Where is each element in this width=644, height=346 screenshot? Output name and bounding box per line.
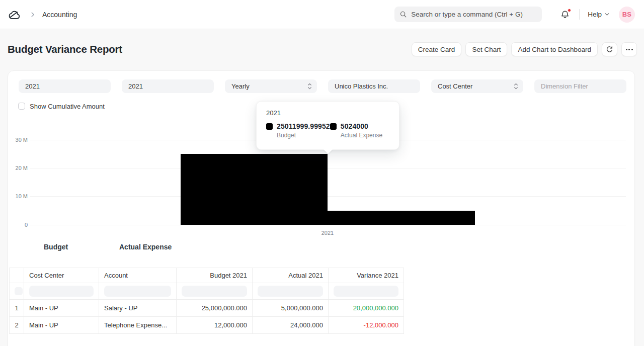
notification-dot	[568, 9, 571, 12]
create-card-button[interactable]: Create Card	[412, 42, 462, 56]
header-variance[interactable]: Variance 2021	[329, 268, 404, 283]
budget-cell: 25,000,000.000	[177, 300, 253, 317]
budget-column-filter[interactable]	[182, 286, 247, 297]
variance-cell: 20,000,000.000	[329, 300, 404, 317]
budget-against-select[interactable]: Cost Center	[431, 79, 523, 93]
variance-column-filter[interactable]	[334, 286, 398, 297]
y-axis-tick: 10 M	[8, 193, 28, 200]
y-axis-tick: 20 M	[8, 164, 28, 171]
header-account[interactable]: Account	[99, 268, 177, 283]
tooltip-caret	[324, 149, 333, 154]
cost-center-cell: Main - UP	[24, 300, 99, 317]
top-navbar: Accounting Help BS	[0, 0, 644, 29]
gridline-10m	[30, 196, 626, 197]
account-cell: Salary - UP	[99, 300, 177, 317]
budget-swatch-icon	[266, 123, 273, 130]
tooltip-item-actual: 5024000 Actual Expense	[330, 122, 389, 139]
from-fiscal-year-filter[interactable]: 2021	[19, 79, 111, 93]
help-menu[interactable]: Help	[588, 11, 610, 18]
report-card: 2021 2021 Yearly Unico Plastics Inc. Cos…	[8, 70, 635, 346]
cost-center-column-filter[interactable]	[29, 286, 94, 297]
cost-center-cell: Main - UP	[24, 317, 99, 334]
dimension-filter-input[interactable]: Dimension Filter	[534, 79, 626, 93]
page-header: Budget Variance Report Create Card Set C…	[0, 29, 644, 69]
actual-expense-bar[interactable]	[328, 211, 475, 225]
row-index: 1	[10, 300, 24, 317]
refresh-icon	[606, 46, 613, 53]
global-search[interactable]	[394, 7, 542, 22]
table-row: 1 Main - UP Salary - UP 25,000,000.000 5…	[10, 300, 404, 317]
tooltip-title: 2021	[266, 109, 389, 117]
legend-budget[interactable]: Budget	[44, 243, 68, 251]
x-axis-tick: 2021	[312, 230, 343, 236]
actual-column-filter[interactable]	[258, 286, 323, 297]
account-column-filter[interactable]	[104, 286, 171, 297]
header-index	[10, 268, 24, 283]
show-cumulative-toggle[interactable]: Show Cumulative Amount	[18, 102, 105, 110]
chart-tooltip: 2021 25011999.99952 Budget 5024000 Actua…	[256, 101, 399, 150]
header-cost-center[interactable]: Cost Center	[24, 268, 99, 283]
notifications-button[interactable]	[560, 10, 570, 20]
y-axis-tick: 0	[8, 221, 28, 228]
legend-actual-expense[interactable]: Actual Expense	[119, 243, 172, 251]
account-cell: Telephone Expense...	[99, 317, 177, 334]
app-logo[interactable]	[7, 9, 22, 21]
checkbox-icon[interactable]	[18, 103, 25, 110]
company-filter[interactable]: Unico Plastics Inc.	[328, 79, 420, 93]
budget-bar[interactable]	[181, 154, 328, 225]
table-row: 2 Main - UP Telephone Expense... 12,000.…	[10, 317, 404, 334]
filter-bar: 2021 2021 Yearly Unico Plastics Inc. Cos…	[19, 79, 626, 93]
table-header-row: Cost Center Account Budget 2021 Actual 2…	[10, 268, 404, 283]
actual-cell: 5,000,000.000	[253, 300, 329, 317]
select-updown-icon	[307, 82, 312, 90]
cloud-logo-icon	[7, 9, 22, 21]
actual-swatch-icon	[330, 123, 337, 130]
refresh-button[interactable]	[602, 42, 617, 56]
period-select[interactable]: Yearly	[225, 79, 317, 93]
chevron-right-icon	[29, 11, 36, 18]
table-filter-row	[10, 283, 404, 300]
report-table: Cost Center Account Budget 2021 Actual 2…	[9, 268, 404, 334]
gridline-zero	[30, 225, 626, 225]
row-select-filter[interactable]	[15, 287, 23, 295]
page-title: Budget Variance Report	[8, 43, 122, 55]
to-fiscal-year-filter[interactable]: 2021	[122, 79, 214, 93]
select-updown-icon	[514, 82, 518, 90]
header-actual[interactable]: Actual 2021	[253, 268, 329, 283]
more-options-button[interactable]	[621, 42, 637, 56]
search-input[interactable]	[411, 11, 537, 18]
gridline-20m	[30, 168, 626, 168]
add-chart-to-dashboard-button[interactable]: Add Chart to Dashboard	[511, 42, 598, 56]
row-index: 2	[10, 317, 24, 334]
y-axis-tick: 30 M	[8, 136, 28, 143]
show-cumulative-label: Show Cumulative Amount	[30, 103, 105, 110]
actual-cell: 24,000.000	[253, 317, 329, 334]
more-options-icon	[626, 49, 633, 50]
variance-cell: -12,000.000	[329, 317, 404, 334]
header-budget[interactable]: Budget 2021	[177, 268, 253, 283]
budget-cell: 12,000.000	[177, 317, 253, 334]
nav-divider	[579, 9, 580, 20]
search-icon	[399, 11, 407, 18]
user-avatar[interactable]: BS	[619, 7, 635, 23]
breadcrumb-accounting[interactable]: Accounting	[42, 11, 77, 19]
chevron-down-icon	[604, 12, 610, 17]
set-chart-button[interactable]: Set Chart	[465, 42, 507, 56]
help-label: Help	[588, 11, 602, 18]
tooltip-item-budget: 25011999.99952 Budget	[266, 122, 330, 139]
